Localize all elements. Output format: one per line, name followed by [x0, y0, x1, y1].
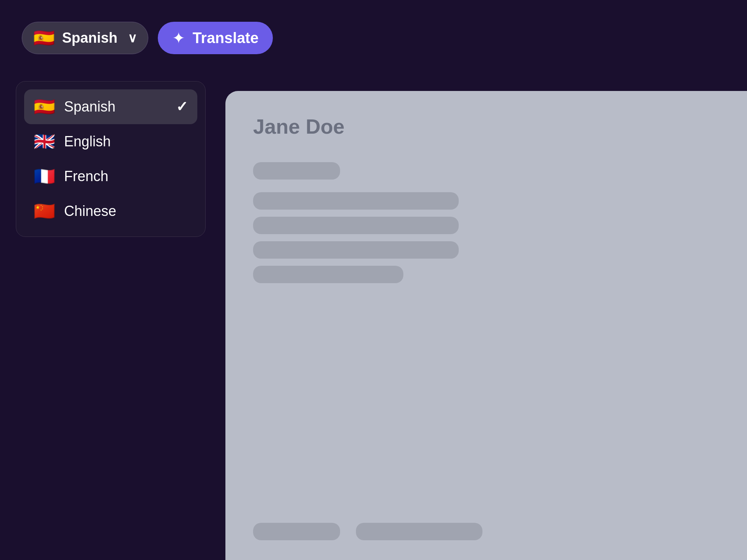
card-user-name: Jane Doe [253, 115, 719, 138]
language-flag: 🇪🇸 [33, 29, 55, 47]
top-bar: 🇪🇸 Spanish ∨ ✦ Translate [22, 22, 273, 54]
language-selector[interactable]: 🇪🇸 Spanish ∨ [22, 22, 148, 54]
skeleton-bar [253, 192, 459, 210]
skeleton-bar [253, 162, 340, 180]
skeleton-bar-bottom-left [253, 523, 340, 540]
skeleton-bar [253, 217, 459, 234]
bottom-row [225, 523, 747, 540]
english-flag-icon: 🇬🇧 [34, 133, 55, 150]
translate-button[interactable]: ✦ Translate [158, 22, 273, 54]
skeleton-bar [253, 266, 403, 283]
english-label: English [64, 133, 188, 150]
skeleton-bar [253, 241, 459, 259]
language-label: Spanish [62, 30, 121, 46]
chevron-down-icon: ∨ [128, 30, 137, 45]
card-row-1 [253, 162, 719, 180]
card-row-2 [253, 192, 719, 283]
chinese-label: Chinese [64, 203, 188, 219]
content-card: Jane Doe [225, 91, 747, 560]
selected-checkmark-icon: ✓ [176, 98, 188, 115]
dropdown-item-english[interactable]: 🇬🇧 English [24, 124, 197, 159]
spanish-label: Spanish [64, 98, 167, 115]
translate-button-label: Translate [193, 30, 259, 47]
chinese-flag-icon: 🇨🇳 [34, 202, 55, 220]
spanish-flag-icon: 🇪🇸 [34, 98, 55, 115]
language-dropdown: 🇪🇸 Spanish ✓ 🇬🇧 English 🇫🇷 French 🇨🇳 Chi… [16, 81, 206, 237]
skeleton-group-right [253, 192, 459, 283]
french-flag-icon: 🇫🇷 [34, 168, 55, 185]
dropdown-item-chinese[interactable]: 🇨🇳 Chinese [24, 194, 197, 229]
dropdown-item-french[interactable]: 🇫🇷 French [24, 159, 197, 194]
french-label: French [64, 168, 188, 185]
dropdown-item-spanish[interactable]: 🇪🇸 Spanish ✓ [24, 89, 197, 124]
skeleton-bar-bottom-right [356, 523, 482, 540]
sparkle-icon: ✦ [172, 29, 185, 47]
